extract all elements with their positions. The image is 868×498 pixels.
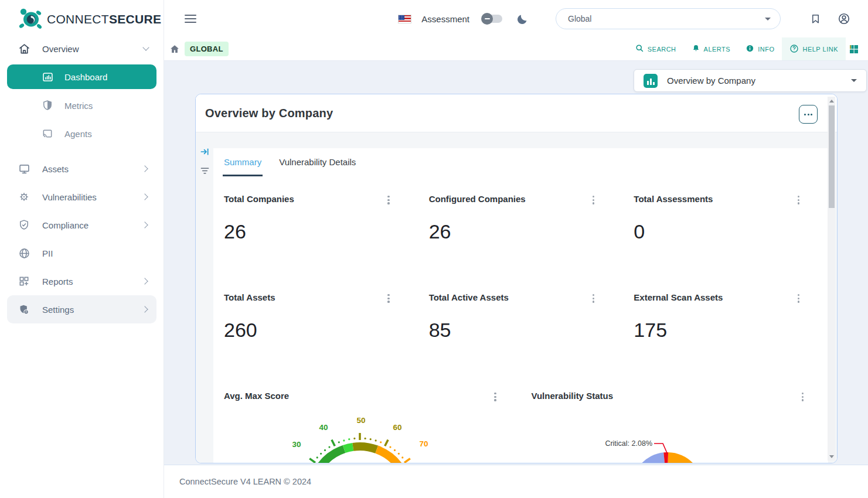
- kebab-menu-icon[interactable]: [799, 391, 806, 403]
- kebab-menu-icon[interactable]: [795, 292, 802, 305]
- alerts-action[interactable]: ALERTS: [684, 37, 738, 60]
- more-options-button[interactable]: [799, 105, 818, 124]
- search-action[interactable]: SEARCH: [628, 37, 684, 60]
- filter-icon[interactable]: [200, 166, 212, 177]
- stat-total-companies: Total Companies 26: [213, 194, 418, 292]
- scroll-up-arrow[interactable]: [828, 97, 835, 105]
- sidebar-item-label: Assets: [42, 164, 69, 174]
- scrollbar-thumb[interactable]: [829, 105, 835, 208]
- help-link-action[interactable]: HELP LINK: [782, 37, 846, 60]
- sidebar-item-pii[interactable]: PII: [0, 239, 164, 267]
- chart-title: Avg. Max Score: [224, 391, 289, 401]
- kebab-menu-icon[interactable]: [590, 194, 597, 206]
- monitor-cast-icon: [41, 127, 54, 140]
- chart-title: Vulnerability Status: [532, 391, 613, 401]
- sidebar-item-vulnerabilities[interactable]: Vulnerabilities: [0, 183, 164, 211]
- stat-value: 0: [634, 220, 802, 243]
- avg-max-score-chart: Avg. Max Score: [213, 391, 521, 463]
- tab-summary[interactable]: Summary: [223, 156, 263, 176]
- stat-configured-companies: Configured Companies 26: [418, 194, 624, 292]
- stat-label: Total Assets: [224, 292, 275, 302]
- charts-row: Avg. Max Score: [213, 391, 828, 463]
- chevron-right-icon: [141, 221, 148, 228]
- scroll-down-arrow[interactable]: [828, 452, 835, 461]
- stat-value: 85: [429, 319, 597, 342]
- account-icon[interactable]: [838, 12, 850, 25]
- widget-selector[interactable]: Overview by Company: [634, 69, 867, 92]
- gauge-tick-40: 40: [319, 423, 328, 432]
- scope-select-value: Global: [568, 14, 591, 23]
- breadcrumb-scope-badge[interactable]: GLOBAL: [185, 42, 229, 56]
- card-title: Overview by Company: [205, 107, 333, 120]
- stat-total-assessments: Total Assessments 0: [623, 194, 828, 292]
- sidebar-item-overview[interactable]: Overview: [0, 36, 164, 61]
- stat-value: 26: [224, 220, 392, 243]
- gauge-tick-50: 50: [356, 416, 365, 425]
- action-label: HELP LINK: [802, 46, 838, 53]
- assessment-toggle[interactable]: [481, 13, 503, 25]
- chevron-down-icon: [142, 44, 149, 50]
- scope-select[interactable]: Global: [556, 8, 781, 29]
- globe-icon: [18, 247, 30, 260]
- action-label: INFO: [758, 46, 774, 53]
- breadcrumb-home-icon[interactable]: [169, 44, 180, 54]
- widget-selector-value: Overview by Company: [667, 76, 755, 86]
- stat-value: 26: [429, 220, 597, 243]
- us-flag-icon[interactable]: [398, 15, 411, 23]
- sidebar-item-assets[interactable]: Assets: [0, 155, 164, 183]
- kebab-menu-icon[interactable]: [795, 194, 802, 206]
- stat-label: Configured Companies: [429, 194, 526, 204]
- stat-total-active-assets: Total Active Assets 85: [418, 292, 624, 391]
- vulnerability-status-chart: Vulnerability Status Critical: 2.08%: [521, 391, 829, 463]
- gauge-tick-70: 70: [419, 439, 428, 448]
- sidebar-item-settings[interactable]: Settings: [7, 295, 156, 323]
- brand-logo[interactable]: CONNECTSECURE: [0, 0, 164, 33]
- collapse-panel-icon[interactable]: [200, 148, 212, 158]
- app-window: CONNECTSECURE Overview Dashboard: [0, 0, 868, 498]
- stat-external-scan-assets: External Scan Assets 175: [623, 292, 828, 391]
- turtle-logo-icon: [16, 6, 43, 32]
- apps-grid-icon[interactable]: [846, 37, 868, 60]
- sidebar: CONNECTSECURE Overview Dashboard: [0, 0, 164, 498]
- sidebar-item-label: Overview: [42, 44, 79, 54]
- bell-icon: [692, 44, 700, 54]
- stat-label: Total Active Assets: [429, 292, 509, 302]
- info-action[interactable]: INFO: [738, 37, 782, 60]
- kebab-menu-icon[interactable]: [492, 391, 498, 403]
- gauge-chart: 30 40 50 60 70: [224, 410, 493, 463]
- bug-icon: [18, 190, 30, 203]
- card-scrollbar[interactable]: [828, 97, 835, 461]
- hamburger-menu-icon[interactable]: [185, 12, 196, 25]
- tab-vulnerability-details[interactable]: Vulnerability Details: [278, 156, 357, 176]
- stat-value: 260: [224, 319, 392, 342]
- caret-down-icon: [765, 18, 771, 21]
- help-icon: [789, 44, 799, 54]
- stat-total-assets: Total Assets 260: [213, 292, 418, 391]
- kebab-menu-icon[interactable]: [385, 292, 392, 305]
- sidebar-item-compliance[interactable]: Compliance: [0, 211, 164, 239]
- shield-gear-icon: [18, 303, 30, 316]
- caret-down-icon: [851, 79, 857, 82]
- sidebar-item-reports[interactable]: Reports: [0, 267, 164, 295]
- tab-label: Vulnerability Details: [279, 157, 356, 167]
- report-grid-icon: [18, 275, 30, 288]
- kebab-menu-icon[interactable]: [385, 194, 392, 206]
- sidebar-item-metrics[interactable]: Metrics: [7, 91, 156, 120]
- content-area: Overview by Company Overview by Company: [164, 61, 868, 465]
- sidebar-item-dashboard[interactable]: Dashboard: [7, 64, 156, 89]
- action-label: ALERTS: [704, 46, 731, 53]
- moon-icon[interactable]: [516, 13, 529, 25]
- bookmark-icon[interactable]: [810, 13, 821, 25]
- stat-label: Total Companies: [224, 194, 294, 204]
- chevron-right-icon: [141, 165, 148, 172]
- sidebar-item-agents[interactable]: Agents: [7, 120, 156, 148]
- sidebar-item-label: Reports: [42, 277, 73, 286]
- stat-label: External Scan Assets: [634, 292, 723, 302]
- action-label: SEARCH: [648, 46, 676, 53]
- overview-card: Overview by Company: [195, 94, 838, 463]
- card-header: Overview by Company: [196, 94, 837, 132]
- search-icon: [635, 44, 644, 54]
- bar-chart-icon: [644, 74, 658, 88]
- home-icon: [18, 42, 30, 55]
- kebab-menu-icon[interactable]: [590, 292, 597, 305]
